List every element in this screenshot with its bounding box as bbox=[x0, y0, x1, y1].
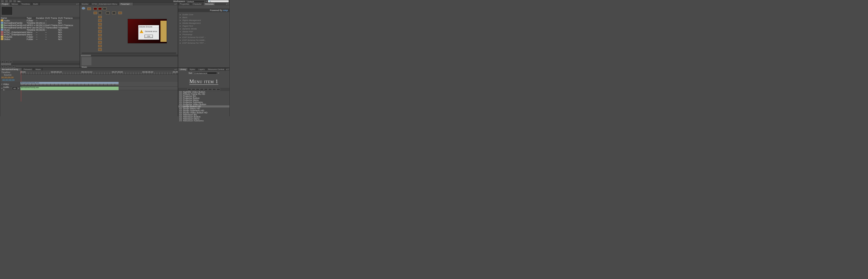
tl-tool-icon[interactable] bbox=[5, 66, 7, 68]
project-row[interactable]: SlidesFolder----N/A bbox=[0, 38, 80, 40]
library-item[interactable]: Television Submenu bbox=[178, 120, 229, 121]
lib-filter-icon[interactable] bbox=[216, 88, 220, 90]
tab-library[interactable]: Library bbox=[178, 68, 188, 71]
video-clip[interactable]: BernadinesFamily.m2v bbox=[21, 82, 119, 84]
workspace-select[interactable]: Default bbox=[187, 0, 205, 2]
lib-filter-icon[interactable] bbox=[188, 88, 191, 90]
flowchart-disc-icon[interactable] bbox=[82, 7, 85, 9]
tool-icon[interactable]: My... bbox=[18, 0, 22, 2]
filter-icon[interactable] bbox=[1, 61, 4, 63]
panel-menu-icon[interactable]: ◂ ≡ bbox=[226, 3, 229, 5]
metadata-section[interactable]: Dynamic Media bbox=[179, 27, 228, 30]
tab-character[interactable]: Character bbox=[191, 3, 203, 5]
tool-icon[interactable] bbox=[9, 0, 12, 2]
flowchart-node[interactable] bbox=[98, 30, 102, 33]
panel-menu-icon[interactable]: ◂ ≡ bbox=[76, 3, 79, 5]
flowchart-node[interactable] bbox=[118, 11, 122, 14]
lib-filter-icon[interactable] bbox=[208, 88, 212, 90]
metadata-section[interactable]: Adobe PDF bbox=[179, 30, 228, 33]
tab-properties[interactable]: Properties bbox=[178, 3, 191, 5]
flowchart-node[interactable] bbox=[112, 11, 116, 14]
column-header[interactable]: Type bbox=[26, 17, 35, 20]
lib-filter-icon[interactable] bbox=[200, 88, 204, 90]
flowchart-node[interactable] bbox=[98, 11, 102, 14]
tab-metadata[interactable]: Metadata bbox=[204, 3, 215, 5]
tab-timelines[interactable]: Timelines bbox=[20, 3, 32, 5]
flowchart-canvas[interactable] bbox=[80, 5, 178, 52]
tab-flowchart[interactable]: Flowchart× bbox=[119, 3, 133, 5]
panel-menu-icon[interactable]: ◂ ≡ bbox=[175, 68, 177, 70]
tab-pictures1[interactable]: Pictures1 bbox=[22, 68, 34, 71]
flowchart-node[interactable] bbox=[98, 37, 102, 40]
flowchart-node[interactable] bbox=[98, 27, 102, 29]
lib-filter-icon[interactable] bbox=[196, 88, 199, 90]
project-hscroll[interactable] bbox=[0, 63, 80, 65]
lib-filter-icon[interactable] bbox=[192, 88, 195, 90]
source-position[interactable]: 00;00;00;00 bbox=[2, 79, 15, 82]
project-columns[interactable]: NameTypeDurationDVD Transcode StDVD Tran… bbox=[0, 17, 80, 20]
dropdown-icon[interactable]: ▾ bbox=[218, 72, 219, 74]
close-icon[interactable]: × bbox=[19, 68, 20, 70]
metadata-section[interactable]: Dublin Core bbox=[179, 13, 228, 16]
metadata-section[interactable]: Paged-Text bbox=[179, 25, 228, 27]
lib-filter-icon[interactable] bbox=[212, 88, 216, 90]
tool-icon[interactable] bbox=[5, 0, 8, 2]
project-list[interactable]: AudioFolder----N/ABernadinesFamilyTimeli… bbox=[0, 20, 80, 40]
flowchart-node[interactable] bbox=[103, 7, 106, 10]
panel-menu-icon[interactable]: ◂ ≡ bbox=[175, 3, 177, 5]
flowchart-node[interactable] bbox=[98, 41, 102, 44]
metadata-section[interactable]: Media Management bbox=[179, 22, 228, 25]
flowchart-node[interactable] bbox=[98, 7, 102, 10]
metadata-section[interactable]: EXIF Schema For Additi... bbox=[179, 39, 228, 41]
orphan-thumbnail[interactable] bbox=[82, 57, 91, 65]
column-header[interactable]: Duration bbox=[35, 17, 45, 20]
tab-menus[interactable]: Menus bbox=[10, 3, 20, 5]
flowchart-node[interactable] bbox=[94, 7, 97, 10]
flowchart-node[interactable] bbox=[98, 20, 102, 22]
delete-icon[interactable] bbox=[9, 61, 12, 63]
metadata-tree[interactable]: Dublin CoreBasicRights ManagementMedia M… bbox=[178, 12, 229, 45]
ok-button[interactable]: OK bbox=[145, 35, 153, 38]
flowchart-node[interactable] bbox=[98, 23, 102, 26]
lib-filter-icon[interactable] bbox=[204, 88, 208, 90]
tab-project[interactable]: Project bbox=[0, 3, 10, 5]
audio-clip[interactable]: BernadinesFamily.wav bbox=[21, 87, 119, 90]
tool-icon[interactable] bbox=[1, 0, 4, 2]
flowchart-node[interactable] bbox=[98, 45, 102, 47]
search-input[interactable]: 🔍 bbox=[208, 0, 228, 2]
flowchart-node[interactable] bbox=[98, 48, 102, 51]
metadata-section[interactable]: EXIF Schema For EXIF ... bbox=[179, 36, 228, 39]
timeline-position[interactable]: 00;00;00;00 bbox=[1, 76, 14, 79]
tab-layers[interactable]: Layers bbox=[197, 68, 207, 71]
set-select[interactable]: Entertainment bbox=[194, 72, 217, 74]
flowchart-node[interactable] bbox=[106, 11, 110, 14]
new-item-icon[interactable] bbox=[5, 61, 8, 63]
tab-bernadinesfamily[interactable]: BernadinesFamily× bbox=[0, 68, 22, 71]
column-header[interactable]: Name bbox=[0, 17, 26, 20]
tab-monitor[interactable]: Monitor bbox=[80, 3, 90, 5]
flowchart-node[interactable] bbox=[87, 7, 91, 10]
metadata-section[interactable]: Rights Management bbox=[179, 19, 228, 22]
close-icon[interactable]: × bbox=[130, 3, 131, 5]
video-clip-thumbs[interactable] bbox=[21, 84, 119, 87]
tl-tool-icon[interactable] bbox=[13, 66, 15, 68]
tab-build[interactable]: Build bbox=[32, 3, 40, 5]
tl-tool-icon[interactable] bbox=[9, 66, 11, 68]
audio-track-header[interactable]: ▾Audio 1: en ▾ bbox=[0, 87, 21, 90]
library-list[interactable]: Nightlife Video ButtonPicture Frame RL H… bbox=[178, 91, 229, 121]
tab-resource-central[interactable]: Resource Central bbox=[207, 68, 226, 71]
flowchart-hscroll[interactable] bbox=[80, 55, 178, 57]
metadata-section[interactable]: Basic bbox=[179, 16, 228, 19]
flowchart-node[interactable] bbox=[94, 11, 97, 14]
column-header[interactable]: DVD Transcode St bbox=[45, 17, 58, 20]
metadata-section[interactable]: EXIF Schema For TIFF ... bbox=[179, 41, 228, 44]
tab-ntsc-entertainment-menu[interactable]: NTSC_Entertainment Menu bbox=[90, 3, 119, 5]
tab-music[interactable]: Music bbox=[34, 68, 43, 71]
column-header[interactable]: DVD Transcode Settings bbox=[58, 17, 73, 20]
panel-menu-icon[interactable]: ◂ ≡ bbox=[226, 68, 229, 70]
flowchart-zoom-slider[interactable] bbox=[82, 53, 176, 54]
tab-styles[interactable]: Styles bbox=[188, 68, 197, 71]
timeline-ruler[interactable]: 00;0000;09;06;2200;18;13;1200;27;20;0200… bbox=[21, 70, 178, 75]
flowchart-node[interactable] bbox=[98, 34, 102, 36]
tool-icon[interactable] bbox=[13, 0, 16, 2]
